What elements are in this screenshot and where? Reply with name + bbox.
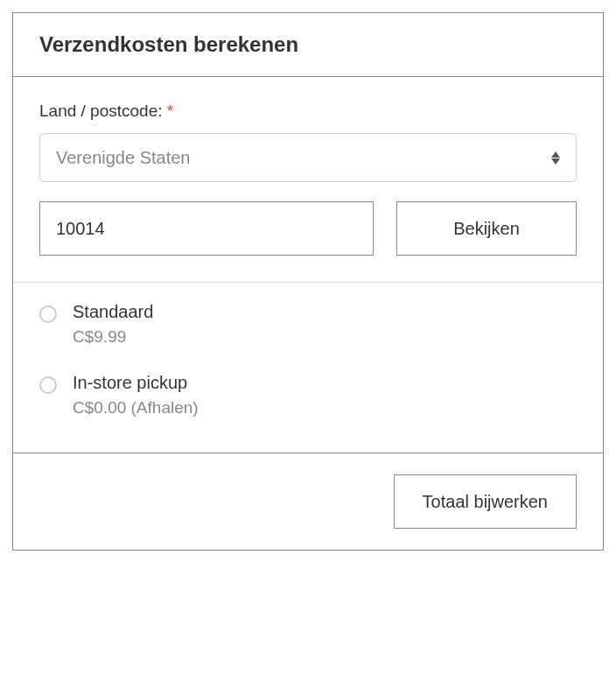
shipping-option-price: C$9.99 bbox=[73, 327, 153, 347]
radio-icon[interactable] bbox=[39, 376, 57, 394]
country-postcode-label: Land / postcode: * bbox=[39, 102, 577, 121]
update-total-button[interactable]: Totaal bijwerken bbox=[394, 474, 577, 529]
shipping-options: Standaard C$9.99 In-store pickup C$0.00 … bbox=[13, 283, 603, 453]
shipping-option-title: Standaard bbox=[73, 302, 153, 322]
shipping-calculator-panel: Verzendkosten berekenen Land / postcode:… bbox=[12, 12, 604, 551]
select-arrows-icon bbox=[551, 151, 560, 165]
postcode-row: Bekijken bbox=[39, 201, 577, 256]
svg-marker-0 bbox=[551, 151, 560, 158]
shipping-option[interactable]: In-store pickup C$0.00 (Afhalen) bbox=[39, 373, 577, 418]
panel-body: Land / postcode: * Verenigde Staten Beki… bbox=[13, 77, 603, 283]
country-select[interactable]: Verenigde Staten bbox=[39, 133, 577, 182]
shipping-option[interactable]: Standaard C$9.99 bbox=[39, 302, 577, 347]
panel-footer: Totaal bijwerken bbox=[13, 453, 603, 550]
country-select-value: Verenigde Staten bbox=[56, 148, 190, 168]
panel-header: Verzendkosten berekenen bbox=[13, 13, 603, 77]
shipping-option-price: C$0.00 (Afhalen) bbox=[73, 398, 199, 418]
country-select-wrap: Verenigde Staten bbox=[39, 133, 577, 182]
lookup-button[interactable]: Bekijken bbox=[396, 201, 577, 256]
radio-icon[interactable] bbox=[39, 305, 57, 323]
label-text: Land / postcode: bbox=[39, 102, 163, 120]
shipping-option-label: In-store pickup C$0.00 (Afhalen) bbox=[73, 373, 199, 418]
postcode-input[interactable] bbox=[39, 201, 374, 256]
panel-title: Verzendkosten berekenen bbox=[39, 32, 577, 57]
shipping-option-label: Standaard C$9.99 bbox=[73, 302, 153, 347]
svg-marker-1 bbox=[551, 158, 560, 165]
required-asterisk: * bbox=[167, 102, 173, 120]
shipping-option-title: In-store pickup bbox=[73, 373, 199, 393]
